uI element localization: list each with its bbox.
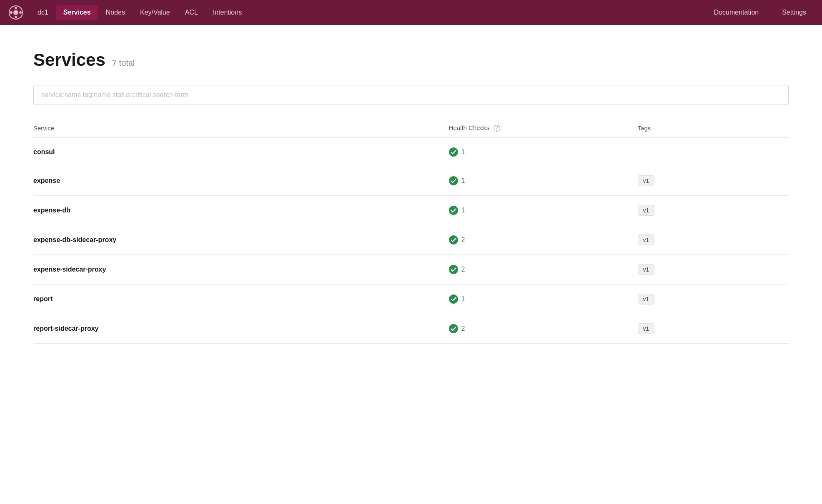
nav-settings[interactable]: Settings — [774, 5, 814, 20]
table-row[interactable]: expense-db-sidecar-proxy2v1 — [33, 225, 789, 255]
health-checks-info-icon[interactable]: i — [494, 125, 500, 132]
health-cell: 2 — [449, 255, 638, 284]
health-count: 2 — [461, 325, 465, 332]
tag-badge: v1 — [638, 294, 655, 304]
main-content: Services 7 total Service Health Checks i… — [0, 25, 822, 360]
service-name-cell: report-sidecar-proxy — [33, 314, 449, 344]
tag-badge: v1 — [638, 205, 655, 216]
tag-badge: v1 — [638, 264, 655, 275]
health-count: 1 — [461, 148, 465, 156]
tags-cell: v1 — [638, 314, 789, 344]
table-row[interactable]: expense1v1 — [33, 166, 789, 196]
page-title-row: Services 7 total — [33, 50, 789, 70]
svg-point-7 — [449, 176, 458, 185]
svg-point-1 — [13, 10, 18, 15]
svg-point-11 — [449, 294, 458, 304]
health-check-icon — [449, 147, 458, 157]
health-check-icon — [449, 265, 458, 274]
health-cell: 2 — [449, 225, 638, 255]
table-row[interactable]: consul1 — [33, 138, 789, 166]
service-name-cell: expense-sidecar-proxy — [33, 255, 449, 284]
nav-item-intentions[interactable]: Intentions — [206, 5, 249, 20]
search-input[interactable] — [41, 91, 781, 99]
health-cell: 1 — [449, 196, 638, 225]
health-cell: 2 — [449, 314, 638, 344]
nav-item-services[interactable]: Services — [56, 5, 98, 20]
table-row[interactable]: expense-sidecar-proxy2v1 — [33, 255, 789, 284]
tags-cell: v1 — [638, 225, 789, 255]
health-count: 1 — [461, 295, 465, 303]
page-subtitle: 7 total — [112, 58, 135, 68]
column-header-tags: Tags — [638, 120, 789, 138]
health-cell: 1 — [449, 166, 638, 196]
tags-cell: v1 — [638, 255, 789, 284]
consul-logo-icon — [8, 5, 23, 20]
nav-documentation[interactable]: Documentation — [707, 5, 767, 20]
tags-cell: v1 — [638, 284, 789, 314]
service-name-cell: expense-db-sidecar-proxy — [33, 225, 449, 255]
page-title: Services — [33, 50, 105, 70]
service-name-cell: report — [33, 284, 449, 314]
tags-cell: v1 — [638, 196, 789, 225]
table-row[interactable]: expense-db1v1 — [33, 196, 789, 225]
health-count: 1 — [461, 177, 465, 185]
svg-point-9 — [449, 235, 458, 245]
svg-point-12 — [449, 324, 458, 333]
services-table: Service Health Checks i Tags consul1expe… — [33, 120, 789, 344]
svg-point-4 — [10, 11, 13, 14]
svg-point-10 — [449, 265, 458, 274]
table-header: Service Health Checks i Tags — [33, 120, 789, 138]
tags-cell — [638, 138, 789, 166]
column-header-health: Health Checks i — [449, 120, 638, 138]
search-wrapper[interactable] — [33, 85, 789, 105]
column-header-service: Service — [33, 120, 449, 138]
nav-item-nodes[interactable]: Nodes — [98, 5, 133, 20]
tag-badge: v1 — [638, 323, 655, 334]
nav-item-keyvalue[interactable]: Key/Value — [133, 5, 178, 20]
health-count: 2 — [461, 236, 465, 244]
health-count: 2 — [461, 266, 465, 273]
svg-point-5 — [19, 11, 22, 14]
table-row[interactable]: report1v1 — [33, 284, 789, 314]
nav-item-acl[interactable]: ACL — [178, 5, 206, 20]
health-check-icon — [449, 235, 458, 245]
health-count: 1 — [461, 207, 465, 214]
health-check-icon — [449, 206, 458, 215]
nav-dc[interactable]: dc1 — [30, 5, 56, 20]
table-row[interactable]: report-sidecar-proxy2v1 — [33, 314, 789, 344]
svg-point-8 — [449, 206, 458, 215]
tag-badge: v1 — [638, 175, 655, 186]
table-body: consul1expense1v1expense-db1v1expense-db… — [33, 138, 789, 344]
health-check-icon — [449, 176, 458, 185]
service-name-cell: consul — [33, 138, 449, 166]
tag-badge: v1 — [638, 235, 655, 245]
health-check-icon — [449, 324, 458, 333]
navbar: dc1 Services Nodes Key/Value ACL Intenti… — [0, 0, 822, 25]
svg-point-3 — [15, 16, 17, 18]
service-name-cell: expense — [33, 166, 449, 196]
tags-cell: v1 — [638, 166, 789, 196]
nav-right: Documentation Settings — [707, 5, 814, 20]
svg-point-2 — [15, 7, 17, 9]
nav-items: dc1 Services Nodes Key/Value ACL Intenti… — [30, 5, 707, 20]
health-check-icon — [449, 294, 458, 304]
service-name-cell: expense-db — [33, 196, 449, 225]
health-cell: 1 — [449, 284, 638, 314]
health-cell: 1 — [449, 138, 638, 166]
svg-point-6 — [449, 147, 458, 157]
